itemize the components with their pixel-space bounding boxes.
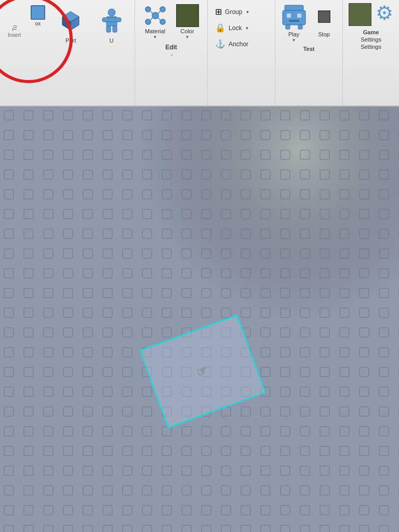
part-label: Part	[65, 37, 76, 44]
anchor-icon: ⚓	[215, 39, 225, 49]
svg-rect-22	[286, 25, 290, 29]
edit-section: Material ▼ Color ▼ Edit ⌟	[135, 0, 208, 105]
stop-icon	[318, 10, 330, 23]
svg-rect-20	[297, 14, 301, 18]
color-label: Color	[180, 28, 194, 34]
svg-rect-21	[289, 20, 299, 22]
svg-rect-18	[283, 10, 305, 25]
gear-button[interactable]: ⚙	[376, 3, 393, 23]
svg-rect-19	[287, 14, 291, 18]
svg-line-15	[151, 18, 153, 20]
svg-point-3	[108, 9, 115, 16]
settings-label: Settings	[361, 44, 381, 50]
svg-rect-5	[102, 18, 121, 22]
toolbox-label-item[interactable]: ox	[27, 3, 49, 29]
svg-point-9	[145, 7, 151, 12]
insert-section: To Insert ox Part ▼	[0, 0, 135, 105]
stop-button[interactable]: Stop	[312, 3, 337, 43]
svg-point-11	[145, 19, 151, 24]
play-button[interactable]: Play ▼	[282, 3, 307, 43]
toolbar: To Insert ox Part ▼	[0, 0, 399, 107]
gear-icon: ⚙	[376, 3, 393, 23]
svg-line-14	[158, 11, 160, 14]
material-label: Material	[145, 28, 165, 34]
svg-point-12	[160, 19, 165, 24]
svg-rect-17	[285, 5, 303, 10]
lock-button[interactable]: 🔒 Lock ▼	[213, 21, 251, 34]
part-button[interactable]: Part ▼	[51, 3, 90, 51]
group-label: Group	[225, 8, 242, 16]
edit-label: Edit	[165, 44, 177, 51]
game-settings-section: ⚙ Game Settings Settings	[343, 0, 399, 105]
svg-line-16	[158, 18, 160, 20]
lock-icon: 🔒	[215, 23, 225, 33]
group-button[interactable]: ⊞ Group ▼	[213, 5, 251, 18]
lock-label: Lock	[229, 24, 242, 32]
character-icon	[99, 7, 124, 34]
grid-background	[0, 107, 399, 532]
toolbox-button[interactable]: To Insert	[4, 3, 25, 40]
material-arrow: ▼	[153, 35, 157, 39]
svg-rect-7	[113, 26, 117, 32]
svg-point-10	[160, 7, 165, 12]
edit-expand-icon[interactable]: ⌟	[170, 51, 172, 56]
lock-arrow: ▼	[245, 26, 249, 31]
color-button[interactable]: Color ▼	[173, 3, 202, 41]
play-label: Play	[288, 31, 299, 37]
svg-rect-6	[107, 26, 111, 32]
play-arrow: ▼	[292, 38, 296, 43]
svg-line-13	[151, 11, 153, 14]
anchor-label: Anchor	[229, 41, 248, 48]
union-label: U	[110, 37, 114, 44]
game-settings-label: Game	[363, 29, 379, 35]
test-label: Test	[303, 46, 315, 52]
stop-label: Stop	[318, 31, 330, 37]
group-icon: ⊞	[215, 7, 222, 17]
settings-sublabel: Settings	[361, 36, 381, 43]
part-dropdown-arrow: ▼	[69, 44, 73, 49]
color-arrow: ▼	[185, 35, 190, 39]
svg-rect-28	[0, 107, 399, 532]
anchor-button[interactable]: ⚓ Anchor	[213, 37, 250, 50]
play-stop-section: Play ▼ Stop Test	[275, 0, 343, 105]
material-icon	[144, 4, 167, 27]
game-color-block	[349, 3, 371, 26]
move-cursor-icon: ☞	[195, 363, 210, 380]
color-swatch	[176, 4, 199, 27]
viewport[interactable]: ☞	[0, 107, 399, 532]
svg-rect-23	[298, 25, 302, 29]
play-icon	[282, 3, 307, 30]
material-button[interactable]: Material ▼	[141, 3, 170, 41]
group-lock-section: ⊞ Group ▼ 🔒 Lock ▼ ⚓ Anchor	[208, 0, 275, 105]
group-arrow: ▼	[245, 10, 249, 15]
svg-point-8	[152, 12, 158, 19]
union-button[interactable]: U	[92, 3, 130, 46]
part-icon	[57, 7, 84, 34]
